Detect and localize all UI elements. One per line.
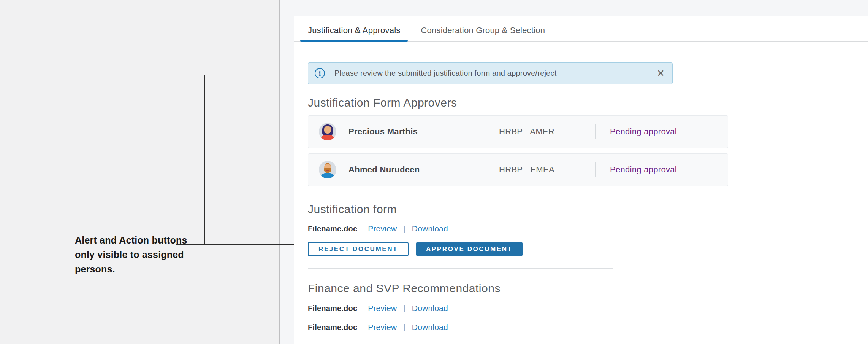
- connector-line-to-buttons: [176, 244, 303, 245]
- main-panel: Justification & Approvals Consideration …: [294, 16, 868, 344]
- preview-link[interactable]: Preview: [368, 323, 397, 332]
- spec-gray-panel: [0, 0, 280, 344]
- approver-name: Ahmed Nurudeen: [348, 165, 420, 175]
- annotation-line: Alert and Action buttons: [75, 233, 187, 247]
- reject-document-button[interactable]: REJECT DOCUMENT: [308, 242, 409, 256]
- preview-link[interactable]: Preview: [368, 304, 397, 313]
- finance-section-title: Finance and SVP Recommendations: [308, 282, 868, 295]
- tab-consideration-group-selection[interactable]: Consideration Group & Selection: [413, 25, 553, 41]
- approver-row: Precious Marthis HRBP - AMER Pending app…: [308, 115, 728, 148]
- download-link[interactable]: Download: [412, 323, 448, 332]
- annotation-line: persons.: [75, 262, 187, 276]
- close-icon[interactable]: ✕: [655, 68, 666, 79]
- approver-person-cell: Precious Marthis: [308, 123, 482, 140]
- tab-bar: Justification & Approvals Consideration …: [294, 16, 868, 42]
- avatar-body: [321, 135, 334, 140]
- approver-role: HRBP - AMER: [482, 127, 595, 137]
- annotation-line: only visible to assigned: [75, 247, 187, 262]
- file-name: Filename.doc: [308, 304, 357, 313]
- avatar-precious-marthis: [319, 123, 336, 140]
- approve-document-button[interactable]: APPROVE DOCUMENT: [416, 242, 523, 256]
- justification-form-title: Justification form: [308, 203, 868, 216]
- alert-message: Please review the submitted justificatio…: [334, 69, 556, 78]
- approver-role: HRBP - EMEA: [482, 165, 595, 175]
- link-separator: |: [403, 224, 405, 233]
- info-alert: i Please review the submitted justificat…: [308, 62, 673, 84]
- section-divider: [308, 268, 613, 269]
- finance-file-row: Filename.doc Preview | Download: [308, 323, 868, 332]
- info-icon: i: [315, 68, 325, 78]
- approval-status-badge: Pending approval: [596, 165, 677, 175]
- download-link[interactable]: Download: [412, 304, 448, 313]
- finance-file-row: Filename.doc Preview | Download: [308, 304, 868, 313]
- link-separator: |: [403, 323, 405, 332]
- avatar-ahmed-nurudeen: [319, 161, 336, 178]
- file-name: Filename.doc: [308, 323, 357, 332]
- avatar-body: [321, 173, 334, 178]
- annotation-note: Alert and Action buttons only visible to…: [75, 233, 187, 276]
- document-action-buttons: REJECT DOCUMENT APPROVE DOCUMENT: [308, 242, 868, 256]
- approvers-section-title: Justification Form Approvers: [308, 96, 868, 109]
- avatar-mouth: [326, 170, 329, 171]
- download-link[interactable]: Download: [412, 224, 448, 233]
- approver-person-cell: Ahmed Nurudeen: [308, 161, 482, 178]
- connector-line-vertical: [204, 75, 205, 245]
- link-separator: |: [403, 304, 405, 313]
- tab-content: i Please review the submitted justificat…: [294, 62, 868, 332]
- tab-justification-approvals[interactable]: Justification & Approvals: [300, 25, 408, 41]
- approver-name: Precious Marthis: [348, 127, 418, 137]
- file-name: Filename.doc: [308, 225, 357, 233]
- approver-row: Ahmed Nurudeen HRBP - EMEA Pending appro…: [308, 153, 728, 186]
- connector-line-to-alert: [204, 75, 299, 75]
- avatar-face: [324, 126, 331, 134]
- justification-file-row: Filename.doc Preview | Download: [308, 224, 868, 233]
- preview-link[interactable]: Preview: [368, 224, 397, 233]
- approval-status-badge: Pending approval: [596, 127, 677, 137]
